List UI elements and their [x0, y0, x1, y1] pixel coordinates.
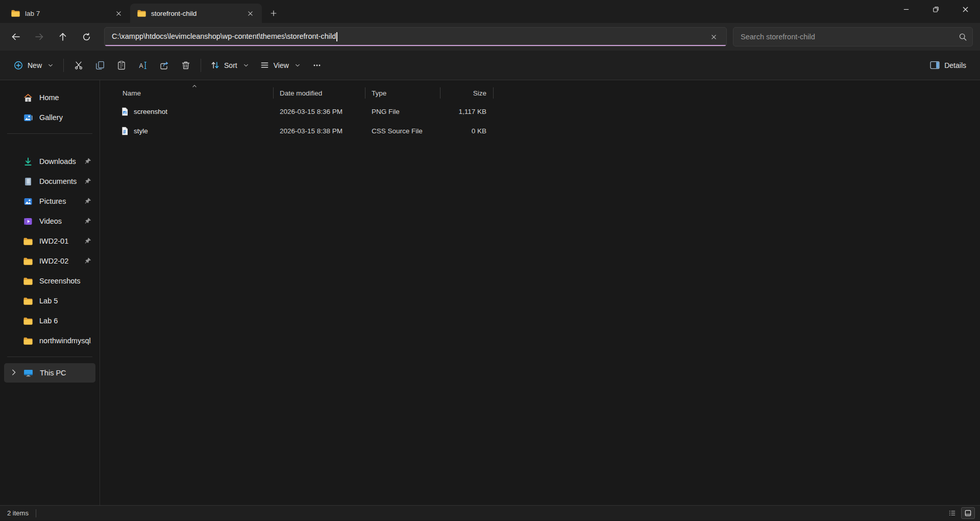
tab-lab-7[interactable]: lab 7	[4, 4, 130, 23]
refresh-button[interactable]	[76, 28, 97, 46]
details-pane-icon	[930, 61, 940, 69]
paste-icon	[117, 61, 126, 70]
column-header-name[interactable]: Name	[115, 84, 274, 102]
sidebar-item-label: Downloads	[39, 157, 78, 165]
view-button[interactable]: View	[255, 56, 306, 75]
text-caret	[336, 32, 337, 41]
thumbnails-view-toggle[interactable]	[961, 507, 975, 519]
sidebar-item-label: Pictures	[39, 197, 78, 205]
forward-button[interactable]	[29, 28, 50, 46]
sort-label: Sort	[224, 61, 237, 69]
tab-close-icon[interactable]	[243, 7, 257, 20]
sidebar-item-documents[interactable]: Documents	[4, 172, 95, 191]
address-path: C:\xampp\htdocs\levimcleanshop\wp-conten…	[112, 32, 336, 40]
up-button[interactable]	[52, 28, 74, 46]
minimize-icon	[902, 6, 910, 13]
sidebar-item-label: IWD2-02	[39, 257, 78, 265]
navigation-bar: C:\xampp\htdocs\levimcleanshop\wp-conten…	[0, 23, 980, 51]
expand-chevron-icon[interactable]	[10, 369, 17, 376]
folder-icon	[23, 337, 33, 345]
close-button[interactable]	[950, 0, 980, 18]
details-pane-button[interactable]: Details	[924, 56, 972, 75]
forward-arrow-icon	[35, 32, 44, 41]
address-bar-input[interactable]: C:\xampp\htdocs\levimcleanshop\wp-conten…	[104, 27, 727, 46]
sort-icon	[211, 61, 219, 69]
new-label: New	[28, 61, 42, 69]
clear-address-button[interactable]	[706, 29, 721, 44]
share-button[interactable]	[154, 56, 175, 75]
status-divider	[36, 509, 36, 517]
pin-icon	[84, 178, 91, 185]
sidebar-divider	[7, 357, 92, 357]
documents-icon	[23, 177, 33, 186]
folder-icon	[23, 317, 33, 325]
cut-icon	[74, 61, 83, 70]
view-label: View	[274, 61, 289, 69]
file-date-modified: 2026-03-15 8:38 PM	[274, 127, 365, 135]
chevron-down-icon	[295, 62, 301, 68]
minimize-button[interactable]	[891, 0, 921, 18]
rename-button[interactable]	[132, 56, 154, 75]
sort-ascending-icon	[192, 83, 198, 89]
new-tab-button[interactable]	[265, 5, 282, 22]
sidebar-item-screenshots[interactable]: Screenshots	[4, 271, 95, 291]
sidebar-item-gallery[interactable]: Gallery	[4, 108, 95, 127]
file-type: PNG File	[365, 108, 440, 115]
plus-icon	[270, 10, 277, 17]
sidebar-item-label: Home	[39, 93, 91, 102]
tab-strip: lab 7 storefront-child	[0, 4, 891, 23]
tab-close-icon[interactable]	[112, 7, 125, 20]
focus-underline	[105, 45, 726, 46]
sort-button[interactable]: Sort	[205, 56, 255, 75]
restore-button[interactable]	[921, 0, 950, 18]
details-view-icon	[948, 509, 956, 517]
file-row-screenshot[interactable]: screenshot 2026-03-15 8:36 PM PNG File 1…	[115, 102, 980, 121]
new-plus-icon	[14, 61, 23, 70]
tab-label: storefront-child	[151, 10, 238, 17]
details-view-toggle[interactable]	[945, 507, 959, 519]
column-header-size[interactable]: Size	[440, 84, 494, 102]
sidebar-item-videos[interactable]: Videos	[4, 211, 95, 231]
column-headers: Name Date modified Type Size	[115, 84, 980, 102]
paste-button[interactable]	[111, 56, 132, 75]
this-pc-icon	[23, 369, 33, 377]
sidebar-item-lab-5[interactable]: Lab 5	[4, 291, 95, 311]
new-button[interactable]: New	[8, 56, 59, 75]
search-icon[interactable]	[959, 33, 967, 41]
sidebar-item-pictures[interactable]: Pictures	[4, 192, 95, 211]
back-arrow-icon	[11, 32, 20, 41]
sidebar-item-iwd2-01[interactable]: IWD2-01	[4, 231, 95, 251]
more-options-button[interactable]	[306, 56, 328, 75]
rename-icon	[138, 61, 148, 70]
sidebar-item-northwindmysql1[interactable]: northwindmysql1	[4, 331, 95, 350]
sidebar-item-home[interactable]: Home	[4, 88, 95, 107]
copy-icon	[95, 61, 105, 70]
copy-button[interactable]	[89, 56, 111, 75]
delete-button[interactable]	[175, 56, 197, 75]
ellipsis-icon	[312, 61, 322, 70]
pin-icon	[84, 158, 91, 165]
search-input[interactable]	[736, 33, 959, 41]
videos-icon	[23, 217, 33, 226]
folder-icon	[23, 238, 33, 245]
tab-storefront-child[interactable]: storefront-child	[130, 4, 262, 23]
sidebar-item-iwd2-02[interactable]: IWD2-02	[4, 251, 95, 271]
file-size: 1,117 KB	[440, 108, 494, 115]
file-row-style[interactable]: style 2026-03-15 8:38 PM CSS Source File…	[115, 121, 980, 140]
column-header-date-modified[interactable]: Date modified	[274, 84, 365, 102]
back-button[interactable]	[5, 28, 27, 46]
sidebar-item-downloads[interactable]: Downloads	[4, 152, 95, 171]
sidebar-item-this-pc[interactable]: This PC	[4, 363, 95, 383]
file-size: 0 KB	[440, 127, 494, 135]
sidebar-item-label: Lab 6	[39, 317, 91, 325]
column-header-type[interactable]: Type	[365, 84, 440, 102]
sidebar-item-label: Lab 5	[39, 297, 91, 305]
cut-button[interactable]	[68, 56, 89, 75]
folder-icon	[11, 10, 20, 17]
close-icon	[710, 34, 717, 40]
sidebar-item-lab-6[interactable]: Lab 6	[4, 311, 95, 330]
folder-icon	[23, 297, 33, 305]
items-count: 2 items	[7, 509, 29, 517]
file-name: screenshot	[134, 108, 167, 115]
thumbnails-view-icon	[964, 509, 972, 517]
